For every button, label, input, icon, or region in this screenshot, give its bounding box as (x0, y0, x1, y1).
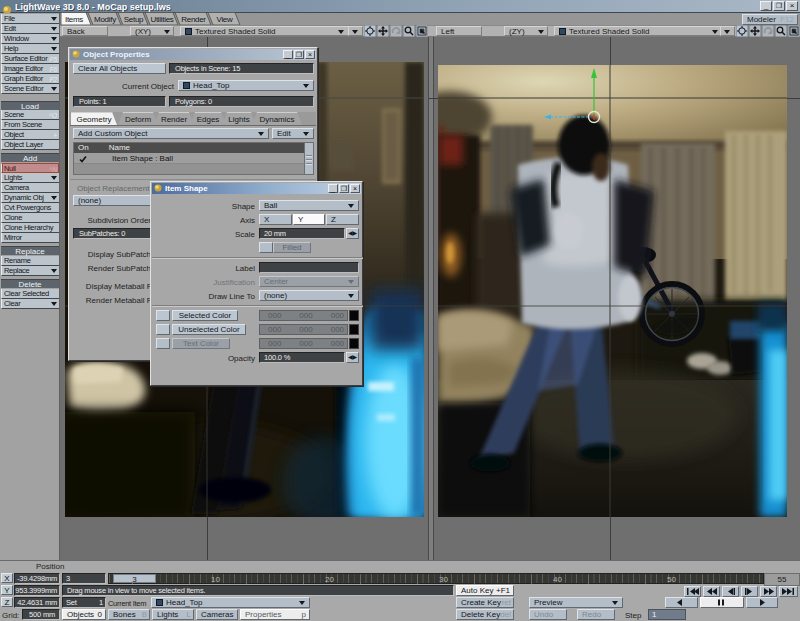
svg-text:Modify: Modify (94, 15, 116, 24)
svg-text:View: View (217, 15, 234, 24)
svg-text:Render: Render (181, 15, 206, 24)
svg-text:Utilities: Utilities (150, 15, 173, 24)
svg-text:Items: Items (65, 15, 83, 24)
svg-text:Setup: Setup (124, 15, 144, 24)
